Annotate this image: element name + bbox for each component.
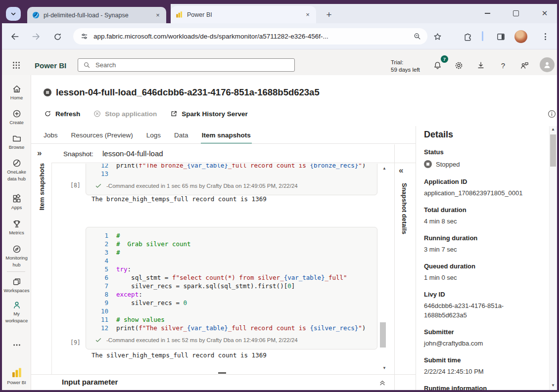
sidebar-item-create[interactable]: Create xyxy=(2,109,31,126)
code-line-row: 9 silver_recs = 0 xyxy=(86,299,377,307)
zoom-icon[interactable] xyxy=(413,32,421,41)
field-value: application_1708623971805_0001 xyxy=(424,188,530,198)
sidebar-item-browse[interactable]: Browse xyxy=(2,133,31,150)
line-number: 5 xyxy=(86,265,116,273)
apps-icon xyxy=(12,194,22,204)
sidebar-item-my-workspace[interactable]: Myworkspace xyxy=(2,300,31,323)
create-icon xyxy=(12,109,22,119)
side-panel-icon[interactable] xyxy=(495,31,507,43)
item-snapshots-vertical-label[interactable]: Item snapshots xyxy=(38,163,46,210)
sidebar-item-metrics[interactable]: Metrics xyxy=(2,219,31,236)
notebook-snapshot-view[interactable]: ▲ ▼ 12print(f"The bronze_{var_table}_ful… xyxy=(52,164,394,374)
code-line-row: 2# Grab silver count xyxy=(86,240,377,248)
tab-logs[interactable]: Logs xyxy=(146,126,161,144)
code-line-row: 10 xyxy=(86,307,377,315)
sidebar-item-more[interactable] xyxy=(2,340,31,350)
sidebar-item-power-bi[interactable]: Power BI xyxy=(2,367,31,386)
sidebar-item-workspaces[interactable]: Workspaces xyxy=(2,277,31,294)
tab-item-snapshots[interactable]: Item snapshots xyxy=(202,126,251,144)
synapse-icon xyxy=(32,11,40,19)
sidebar-item-monitoring-hub[interactable]: Monitoringhub xyxy=(2,244,31,267)
account-avatar[interactable] xyxy=(540,57,555,72)
check-icon xyxy=(95,337,102,344)
code-line-row: 5try: xyxy=(86,265,377,273)
info-icon[interactable] xyxy=(547,109,557,119)
new-tab-button[interactable]: + xyxy=(323,8,335,21)
field-label: Livy ID xyxy=(424,291,538,299)
expand-left-panel-icon[interactable]: » xyxy=(37,148,42,158)
scrollbar-thumb[interactable] xyxy=(550,134,556,167)
details-field-application-id: Application IDapplication_1708623971805_… xyxy=(424,178,538,198)
waffle-menu-icon[interactable] xyxy=(11,60,22,71)
feedback-icon[interactable] xyxy=(519,60,530,71)
scroll-down-icon[interactable]: ▼ xyxy=(382,366,386,370)
window-maximize-button[interactable] xyxy=(508,7,524,20)
browser-tab-synapse[interactable]: pl-delimited-full-load - Synapse × xyxy=(27,7,166,23)
action-label: Spark History Server xyxy=(182,110,248,118)
collapse-right-panel-icon[interactable]: « xyxy=(399,166,403,175)
site-settings-icon[interactable] xyxy=(80,32,89,41)
line-number: 8 xyxy=(86,291,116,298)
metrics-icon xyxy=(12,219,22,229)
code-line: silver_recs = 0 xyxy=(116,299,187,306)
product-name[interactable]: Power BI xyxy=(35,61,66,70)
close-icon[interactable]: × xyxy=(153,11,162,20)
address-bar[interactable]: app.fabric.microsoft.com/workloads/de-ds… xyxy=(73,28,427,44)
code-line-row: 12print(f"The silver_{var_table}_full re… xyxy=(86,324,377,332)
workspaces-icon xyxy=(12,277,22,287)
reload-button[interactable] xyxy=(51,31,63,43)
field-label: Submitter xyxy=(424,328,538,336)
browser-window: pl-delimited-full-load - Synapse × Power… xyxy=(0,0,559,392)
panel-resize-handle[interactable] xyxy=(218,372,226,374)
action-spark-history-server[interactable]: Spark History Server xyxy=(170,110,248,118)
scroll-up-icon[interactable]: ▲ xyxy=(551,128,555,131)
browse-icon xyxy=(12,133,22,143)
code-line: print(f"The bronze_{var_table}_full reco… xyxy=(116,164,366,169)
browser-tab-powerbi[interactable]: Power BI × xyxy=(171,6,316,23)
settings-gear-icon[interactable] xyxy=(453,60,464,71)
close-icon[interactable]: × xyxy=(303,10,312,19)
bookmark-star-icon[interactable] xyxy=(431,31,443,43)
cell-output: The silver_high_temps_full record count … xyxy=(92,351,267,359)
forward-button[interactable] xyxy=(30,31,42,43)
back-button[interactable] xyxy=(9,31,21,43)
tab-search-button[interactable] xyxy=(6,7,21,21)
scroll-up-icon[interactable]: ▲ xyxy=(382,167,386,171)
field-value: 646dcbb6-a231-4176-851a-1688b5d623a5 xyxy=(424,301,530,320)
details-field-submitter: Submitterjohn@craftydba.com xyxy=(424,328,538,348)
sidebar-item-onelake-data-hub[interactable]: OneLakedata hub xyxy=(2,158,31,181)
notifications-bell-icon[interactable] xyxy=(432,60,443,71)
snapshot-details-vertical-label[interactable]: Snapshot details xyxy=(401,183,408,234)
code-line: # xyxy=(116,232,120,239)
window-close-button[interactable]: ✕ xyxy=(536,7,553,20)
browser-menu-icon[interactable] xyxy=(539,31,551,43)
tab-jobs[interactable]: Jobs xyxy=(44,126,58,144)
help-icon[interactable]: ? xyxy=(498,60,509,71)
address-url[interactable]: app.fabric.microsoft.com/workloads/de-ds… xyxy=(93,33,408,40)
check-icon xyxy=(95,182,102,189)
browser-profile-avatar[interactable] xyxy=(514,30,527,43)
app-search-box[interactable] xyxy=(78,58,295,72)
window-minimize-button[interactable] xyxy=(479,7,496,20)
details-field-livy-id: Livy ID646dcbb6-a231-4176-851a-1688b5d62… xyxy=(424,291,538,320)
left-nav: HomeCreateBrowseOneLakedata hubAppsMetri… xyxy=(2,75,31,390)
code-line-row: 12print(f"The bronze_{var_table}_full re… xyxy=(86,164,377,170)
sidebar-item-home[interactable]: Home xyxy=(2,84,31,101)
sidebar-item-apps[interactable]: Apps xyxy=(2,194,31,211)
collapse-section-icon[interactable] xyxy=(378,378,387,387)
minimize-icon xyxy=(485,13,490,13)
field-value: 2/22/24 12:45:10 PM xyxy=(424,367,530,376)
download-icon[interactable] xyxy=(475,60,486,71)
sidebar-item-label: hub xyxy=(13,262,21,268)
line-number: 1 xyxy=(86,232,116,239)
extensions-icon[interactable] xyxy=(462,31,473,43)
line-number: 13 xyxy=(86,170,116,177)
action-refresh[interactable]: Refresh xyxy=(44,110,80,118)
more-icon xyxy=(12,340,22,350)
action-stop-application: Stop application xyxy=(93,110,157,118)
scroll-down-icon[interactable]: ▼ xyxy=(551,384,555,388)
tab-data[interactable]: Data xyxy=(174,126,188,144)
scrollbar-thumb[interactable] xyxy=(380,322,386,348)
search-input[interactable] xyxy=(94,61,289,69)
tab-resources-preview[interactable]: Resources (Preview) xyxy=(71,126,133,144)
